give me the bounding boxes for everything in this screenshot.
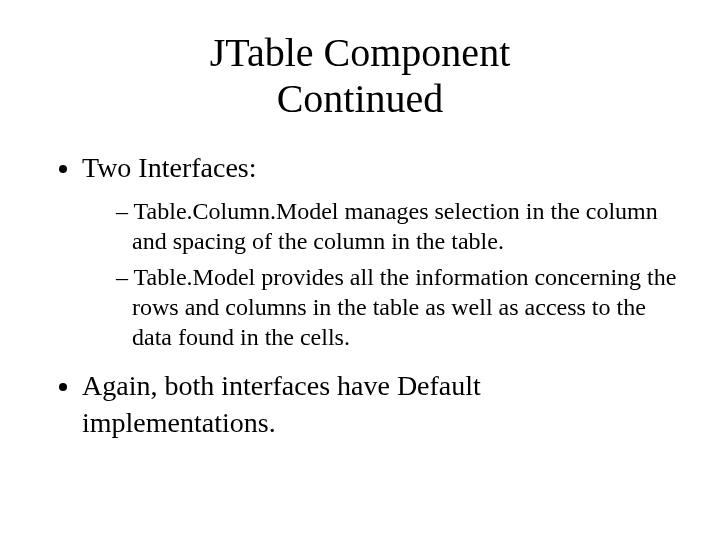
sub-bullet-2: Table.Model provides all the information… (116, 262, 680, 352)
sub-bullet-1: Table.Column.Model manages selection in … (116, 196, 680, 256)
slide: JTable Component Continued Two Interface… (0, 0, 720, 540)
bullet-item-1: Two Interfaces: Table.Column.Model manag… (82, 150, 680, 352)
title-line-1: JTable Component (210, 30, 511, 75)
bullet-list: Two Interfaces: Table.Column.Model manag… (40, 150, 680, 441)
sub-bullet-list: Table.Column.Model manages selection in … (82, 196, 680, 352)
bullet-item-2: Again, both interfaces have Default impl… (82, 368, 680, 441)
title-line-2: Continued (277, 76, 444, 121)
bullet-1-text: Two Interfaces: (82, 152, 257, 183)
slide-title: JTable Component Continued (40, 30, 680, 122)
